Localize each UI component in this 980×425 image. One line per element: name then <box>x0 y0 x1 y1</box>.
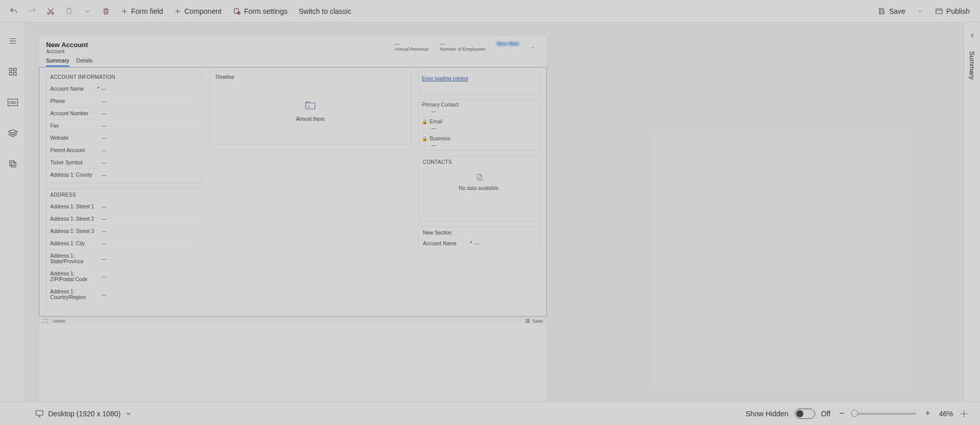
email-label: Email <box>430 119 442 124</box>
right-panel-tab[interactable]: Summary <box>968 51 976 80</box>
field-value: --- <box>101 241 106 246</box>
undo-button[interactable] <box>5 3 23 20</box>
main: Abc New Account Account --- Annual Reven… <box>0 23 980 401</box>
form-field[interactable]: Address 1: County--- <box>49 168 199 181</box>
fit-to-screen-button[interactable] <box>960 409 969 418</box>
svg-rect-7 <box>9 68 12 71</box>
field-label: Fax <box>50 123 97 129</box>
device-label: Desktop (1920 x 1080) <box>48 410 121 418</box>
svg-rect-11 <box>10 161 14 165</box>
footer-save: Save <box>532 318 543 324</box>
field-label: Parent Account <box>50 147 97 153</box>
svg-rect-9 <box>9 73 12 75</box>
fields-nav[interactable]: Abc <box>4 93 22 112</box>
email-value: --- <box>422 124 537 131</box>
tree-nav[interactable] <box>4 124 22 142</box>
form-body: ACCOUNT INFORMATION Account Name*---Phon… <box>39 67 547 316</box>
form-field[interactable]: Fax--- <box>49 119 199 132</box>
zoom-slider[interactable] <box>853 413 917 415</box>
zoom-out-button[interactable]: − <box>837 408 847 419</box>
lock-icon: 🔒 <box>422 119 428 124</box>
form-field[interactable]: Address 1: Street 3--- <box>49 225 199 237</box>
add-component-button[interactable]: Component <box>169 4 226 18</box>
field-label: Address 1: Street 2 <box>50 216 97 222</box>
toolbar: Form field Component Form settings Switc… <box>0 0 980 23</box>
zoom-in-button[interactable]: + <box>923 408 933 419</box>
form-field[interactable]: Account Number--- <box>49 107 199 119</box>
section-title: ADDRESS <box>49 191 199 201</box>
zoom-value: 46% <box>939 410 953 418</box>
form-field[interactable]: Address 1: Street 1--- <box>49 201 199 213</box>
form-field[interactable]: Address 1: State/Province--- <box>49 249 199 267</box>
svg-rect-4 <box>234 8 238 13</box>
form-header: New Account Account --- Annual Revenue -… <box>39 36 547 54</box>
new-section-title: New Section <box>422 229 537 238</box>
hamburger-button[interactable] <box>4 32 22 50</box>
field-value: --- <box>101 256 106 262</box>
svg-rect-6 <box>936 9 942 13</box>
show-hidden-toggle[interactable] <box>795 409 815 419</box>
form-field[interactable]: Address 1: Street 2--- <box>49 213 199 225</box>
add-form-field-button[interactable]: Form field <box>116 4 168 18</box>
header-chevron-icon[interactable]: ⌄ <box>530 44 535 49</box>
form-preview[interactable]: New Account Account --- Annual Revenue -… <box>39 36 547 401</box>
svg-rect-13 <box>306 103 315 109</box>
field-label: Address 1: Street 3 <box>50 228 97 234</box>
tab-details[interactable]: Details <box>76 57 93 67</box>
svg-rect-10 <box>13 73 16 75</box>
status-bar: Desktop (1920 x 1080) Show Hidden Off − … <box>0 401 980 425</box>
section-account-information[interactable]: ACCOUNT INFORMATION Account Name*---Phon… <box>46 71 202 183</box>
field-label: Address 1: State/Province <box>50 253 97 264</box>
section-error[interactable]: Error loading control <box>418 71 540 94</box>
save-dropdown[interactable] <box>911 3 929 20</box>
form-field[interactable]: Address 1: Country/Region--- <box>49 285 199 303</box>
field-value: --- <box>101 216 106 222</box>
svg-rect-14 <box>36 411 43 415</box>
form-field[interactable]: Phone--- <box>49 95 199 107</box>
device-selector[interactable]: Desktop (1920 x 1080) <box>35 409 132 418</box>
form-field[interactable]: Address 1: City--- <box>49 237 199 249</box>
section-primary-contact[interactable]: Primary Contact --- 🔒Email --- 🔒Business… <box>418 99 540 151</box>
tab-summary[interactable]: Summary <box>46 57 69 67</box>
component-label: Component <box>184 7 221 15</box>
publish-button[interactable]: Publish <box>930 4 975 18</box>
form-settings-button[interactable]: Form settings <box>228 4 293 18</box>
save-button[interactable]: Save <box>872 4 910 18</box>
components-nav[interactable] <box>4 62 22 81</box>
form-field[interactable]: Parent Account--- <box>49 144 199 156</box>
error-loading-link[interactable]: Error loading control <box>422 76 468 81</box>
field-value: --- <box>101 135 106 141</box>
left-nav: Abc <box>0 23 26 401</box>
section-contacts[interactable]: CONTACTS ⋮ No data available. <box>418 156 540 221</box>
paste-button[interactable] <box>60 3 78 20</box>
switch-classic-label: Switch to classic <box>299 7 351 15</box>
section-new[interactable]: New Section Account Name * --- <box>418 226 540 252</box>
section-address[interactable]: ADDRESS Address 1: Street 1---Address 1:… <box>46 188 202 306</box>
switch-to-classic-button[interactable]: Switch to classic <box>293 4 356 18</box>
folder-icon <box>304 99 317 111</box>
delete-button[interactable] <box>97 3 115 20</box>
required-marker: * <box>470 241 474 246</box>
svg-point-15 <box>964 413 965 414</box>
save-mini-icon[interactable]: 🖫 <box>525 318 530 324</box>
section-timeline[interactable]: Timeline Almost there <box>209 71 411 144</box>
more-icon[interactable]: ⋮ <box>531 159 537 164</box>
redo-button[interactable] <box>24 3 41 20</box>
header-stat-revenue: --- Annual Revenue <box>394 41 429 52</box>
svg-rect-8 <box>13 68 16 71</box>
form-field[interactable]: Website--- <box>49 132 199 144</box>
form-entity: Account <box>46 49 88 54</box>
field-value: --- <box>101 160 106 165</box>
field-value: --- <box>101 86 106 92</box>
form-libraries-nav[interactable] <box>4 155 22 173</box>
expand-icon[interactable]: ⛶ <box>43 318 48 324</box>
paste-dropdown[interactable] <box>79 3 96 20</box>
field-value: --- <box>101 98 106 104</box>
form-field[interactable]: Account Name*--- <box>49 83 199 95</box>
collapse-panel-button[interactable] <box>969 32 976 39</box>
form-field[interactable]: Address 1: ZIP/Postal Code--- <box>49 267 199 285</box>
form-field[interactable]: Ticker Symbol--- <box>49 156 199 168</box>
cut-button[interactable] <box>42 3 59 20</box>
form-title: New Account <box>46 41 88 49</box>
monitor-icon <box>35 409 44 418</box>
